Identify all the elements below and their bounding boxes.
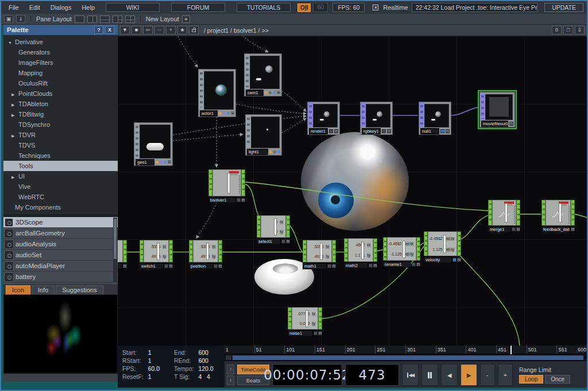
tree-item-techniques[interactable]: Techniques	[3, 150, 118, 161]
node-name[interactable]: select1	[257, 238, 281, 245]
rewind-button[interactable]: ◀◀	[402, 364, 419, 386]
chop-output-rail[interactable]	[416, 237, 420, 261]
node-velocity[interactable]: -0.4582vel.tx 1.125vel.ty velocity+	[424, 231, 459, 262]
add-flag-icon[interactable]: +	[168, 160, 171, 164]
node-noise1[interactable]: .07736tx 0.079ty noise1+	[288, 307, 322, 336]
tree-item-oculusrift[interactable]: OculusRift	[3, 78, 118, 88]
chop-input-rail[interactable]	[140, 240, 144, 262]
tree-item-tdsynchro[interactable]: TDSynchro	[3, 119, 118, 130]
chop-output-rail[interactable]	[218, 240, 222, 262]
flag-icon[interactable]	[214, 264, 218, 268]
node-name[interactable]: render1	[309, 128, 328, 134]
forward-arrow-icon[interactable]: ⇨	[154, 26, 164, 34]
add-flag-icon[interactable]: +	[286, 239, 290, 243]
list-item[interactable]: audioSet	[3, 250, 118, 261]
tab-suggestions[interactable]: Suggestions	[56, 285, 103, 295]
flag-dot-icon[interactable]	[156, 161, 158, 164]
chop-output-rail[interactable]	[241, 169, 245, 196]
chop-output-rail[interactable]	[457, 231, 461, 256]
add-flag-icon[interactable]: +	[332, 264, 336, 268]
rstart-value[interactable]: 1	[148, 357, 171, 364]
node-switch1[interactable]: .5356tx .4918ty switch1+	[140, 240, 173, 269]
node-viewer[interactable]: 0tx 0ty	[261, 215, 286, 238]
chop-input-rail[interactable]	[424, 231, 428, 256]
tree-item-tdvr[interactable]: TDVR	[3, 130, 118, 140]
node-name[interactable]: bsolver1	[208, 197, 236, 203]
menu-edit[interactable]: Edit	[25, 4, 44, 11]
display-box-icon[interactable]: □	[563, 26, 573, 34]
maximize-pane-icon[interactable]: ▣	[4, 15, 13, 23]
loop-button[interactable]: Loop	[519, 375, 543, 384]
scrollbar-thumb[interactable]	[233, 355, 583, 360]
node-render1[interactable]: render1+	[307, 102, 340, 135]
add-flag-icon[interactable]: +	[387, 129, 391, 133]
node-parameter-rail[interactable]	[134, 123, 140, 158]
node-rename1[interactable]: -0.4582vel.tx -1.125vel.ty rename1+	[383, 237, 417, 267]
layout-preset-vsplit[interactable]	[87, 16, 97, 23]
node-parameter-rail[interactable]	[246, 115, 251, 148]
flag-icon[interactable]	[237, 198, 241, 202]
play-reverse-button[interactable]: ◀	[441, 364, 458, 386]
flag-icon[interactable]	[382, 129, 386, 133]
layout-preset-mixed[interactable]	[113, 16, 122, 23]
tree-item-imagefilters[interactable]: ImageFilters	[3, 57, 118, 68]
node-viewer[interactable]	[492, 200, 516, 226]
forum-button[interactable]: FORUM	[171, 3, 225, 12]
menu-file[interactable]: File	[5, 4, 23, 11]
node-edge-partial[interactable]: n1+	[118, 240, 127, 269]
back-arrow-icon[interactable]: ⇦	[143, 26, 153, 34]
menu-dialogs[interactable]: Dialogs	[47, 4, 76, 11]
tree-item-tdableton[interactable]: TDAbleton	[3, 99, 118, 109]
end-value[interactable]: 600	[198, 349, 222, 356]
chop-input-rail[interactable]	[257, 215, 261, 238]
flag-icon[interactable]	[164, 264, 168, 268]
add-flag-icon[interactable]: +	[457, 258, 461, 262]
chop-output-rail[interactable]	[571, 200, 575, 226]
add-flag-icon[interactable]: +	[446, 129, 450, 133]
tree-item-tdbitwig[interactable]: TDBitwig	[3, 109, 118, 119]
component-list-scrollbar[interactable]	[113, 218, 117, 282]
add-layout-button[interactable]: +	[182, 16, 190, 23]
flag-icon[interactable]	[281, 239, 285, 243]
add-icon[interactable]: +	[166, 26, 176, 34]
node-name[interactable]: switch1	[140, 263, 164, 269]
node-name[interactable]: light1	[247, 149, 268, 155]
node-moviefileout1[interactable]: moviefileout1+	[479, 92, 515, 127]
add-flag-icon[interactable]: +	[509, 122, 513, 126]
export-layout-icon[interactable]: ⇓	[16, 15, 25, 23]
realtime-checkbox[interactable]: ✕	[373, 5, 378, 10]
play-button[interactable]: ▶	[461, 364, 477, 386]
flag-dot-icon[interactable]	[269, 150, 272, 153]
add-flag-icon[interactable]: +	[218, 264, 222, 268]
chop-input-rail[interactable]	[383, 237, 387, 261]
menu-help[interactable]: Help	[78, 4, 99, 11]
flag-dot-icon[interactable]	[265, 91, 268, 94]
flag-icon[interactable]	[327, 264, 331, 268]
node-name[interactable]: n1	[118, 263, 122, 269]
zero-button[interactable]: 0	[552, 26, 562, 34]
layout-preset-single[interactable]	[75, 16, 84, 23]
node-light1[interactable]: light1	[245, 114, 282, 156]
node-viewer[interactable]	[212, 169, 241, 196]
frame-display[interactable]: 473	[345, 364, 399, 386]
node-viewer[interactable]	[140, 125, 171, 158]
chop-output-rail[interactable]	[169, 240, 173, 262]
chop-output-rail[interactable]	[286, 215, 290, 238]
node-viewer[interactable]: -0.4582vel.tx 1.125vel.ty	[428, 231, 457, 256]
list-item[interactable]: arcBallGeometry	[3, 228, 118, 239]
node-viewer[interactable]	[424, 104, 449, 127]
flag-dot-icon[interactable]	[219, 112, 222, 115]
start-value[interactable]: 1	[148, 349, 171, 356]
frame-ruler[interactable]: 1 51 101 151 201 251 301 351 401 451 501…	[225, 346, 587, 354]
node-merge1[interactable]: merge1+	[488, 200, 520, 232]
add-flag-icon[interactable]: +	[571, 227, 575, 231]
flag-icon[interactable]	[314, 331, 318, 335]
tree-item-pointclouds[interactable]: PointClouds	[3, 88, 118, 99]
layout-preset-grid[interactable]	[125, 16, 135, 23]
node-viewer[interactable]	[250, 56, 280, 89]
tab-icon[interactable]: Icon	[6, 285, 30, 295]
node-name[interactable]: null1	[420, 128, 439, 134]
node-name[interactable]: feedback_data	[541, 226, 570, 233]
node-viewer[interactable]: .4562tx 1.171ty	[348, 238, 373, 262]
network-canvas[interactable]: actor1+ cam1+ geo1+ light1 render1+	[118, 36, 587, 346]
